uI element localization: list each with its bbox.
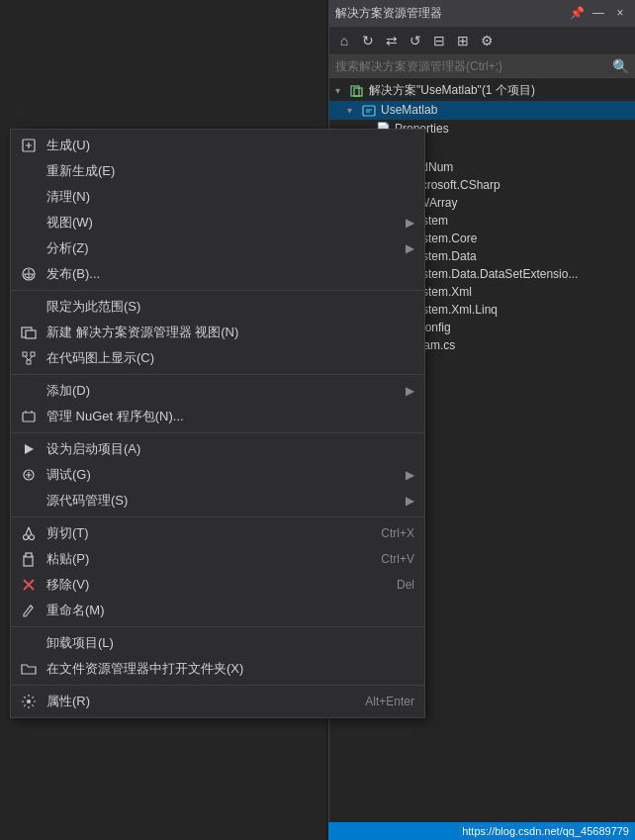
remove-shortcut: Del (377, 578, 414, 592)
url-bar: https://blog.csdn.net/qq_45689779 (328, 822, 635, 840)
add-arrow: ▶ (406, 384, 414, 398)
mscsharp-label: Microsoft.CSharp (408, 178, 629, 192)
menu-item-view[interactable]: 视图(W) ▶ (11, 210, 424, 235)
menu-item-clean-label: 清理(N) (46, 188, 414, 206)
systemxmllinq-label: System.Xml.Linq (408, 303, 629, 317)
build-icon (17, 138, 41, 153)
menu-item-nuget[interactable]: 管理 NuGet 程序包(N)... (11, 404, 424, 429)
startup-icon (17, 441, 41, 457)
solution-label: 解决方案"UseMatlab"(1 个项目) (369, 82, 629, 99)
menu-item-build-label: 生成(U) (46, 137, 414, 154)
svg-rect-7 (31, 352, 35, 356)
menu-item-analyze[interactable]: 分析(Z) ▶ (11, 235, 424, 261)
minimize-button[interactable]: — (590, 4, 607, 22)
svg-rect-6 (23, 352, 27, 356)
remove-icon (17, 577, 41, 593)
menu-item-debug-label: 调试(G) (46, 466, 406, 484)
menu-item-publish-label: 发布(B)... (46, 265, 414, 283)
menu-item-scope-label: 限定为此范围(S) (46, 298, 414, 316)
menu-item-scope[interactable]: 限定为此范围(S) (11, 294, 424, 320)
solution-explorer-titlebar: 解决方案资源管理器 📌 — × (329, 0, 635, 27)
menu-item-clean[interactable]: 清理(N) (11, 184, 424, 210)
paste-icon (17, 551, 41, 567)
menu-item-build[interactable]: 生成(U) (11, 133, 424, 158)
svg-rect-27 (363, 106, 375, 116)
svg-line-18 (26, 527, 29, 535)
nuget-icon (17, 409, 41, 424)
systemxml-label: System.Xml (408, 285, 629, 299)
show-all-toolbar-btn[interactable]: ⊞ (452, 30, 474, 51)
menu-item-source-control[interactable]: 源代码管理(S) ▶ (11, 488, 424, 513)
menu-item-set-startup[interactable]: 设为启动项目(A) (11, 436, 424, 462)
menu-item-diagram-label: 在代码图上显示(C) (46, 349, 414, 367)
menu-item-new-view-label: 新建 解决方案资源管理器 视图(N) (46, 324, 414, 341)
mwarray-label: MWArray (408, 196, 629, 210)
expand-usematlab-icon: ▾ (347, 105, 359, 116)
sync-toolbar-btn[interactable]: ⇄ (381, 30, 403, 51)
tree-item-usematlab[interactable]: ▾ UseMatlab (329, 101, 635, 120)
menu-item-add-label: 添加(D) (46, 382, 406, 400)
properties-icon (17, 694, 41, 709)
expand-solution-icon: ▾ (335, 85, 347, 96)
rename-icon (17, 603, 41, 618)
search-input[interactable] (335, 59, 608, 73)
menu-item-cut[interactable]: 剪切(T) Ctrl+X (11, 520, 424, 546)
menu-item-startup-label: 设为启动项目(A) (46, 440, 414, 458)
systemdata-label: System.Data (408, 249, 629, 263)
context-menu: 生成(U) 重新生成(E) 清理(N) 视图(W) ▶ 分析(Z) ▶ 发布(B… (10, 129, 425, 718)
analyze-arrow: ▶ (406, 241, 414, 255)
menu-item-rename[interactable]: 重命名(M) (11, 598, 424, 623)
menu-item-rebuild[interactable]: 重新生成(E) (11, 158, 424, 184)
systemdataext-label: System.Data.DataSetExtensio... (408, 267, 629, 281)
collapse-toolbar-btn[interactable]: ⊟ (428, 30, 450, 51)
svg-point-24 (27, 700, 31, 703)
menu-item-publish[interactable]: 发布(B)... (11, 261, 424, 287)
home-toolbar-btn[interactable]: ⌂ (333, 30, 355, 51)
tree-item-solution[interactable]: ▾ 解决方案"UseMatlab"(1 个项目) (329, 80, 635, 101)
settings-toolbar-btn[interactable]: ⚙ (476, 30, 498, 51)
menu-item-view-label: 视图(W) (46, 214, 406, 232)
menu-item-open-folder[interactable]: 在文件资源管理器中打开文件夹(X) (11, 656, 424, 682)
svg-rect-5 (26, 330, 36, 338)
programcs-label: Program.cs (395, 338, 629, 352)
svg-point-16 (24, 535, 29, 540)
source-arrow: ▶ (406, 494, 414, 508)
references-label: 引用 (395, 140, 629, 156)
pin-button[interactable]: 📌 (568, 4, 586, 22)
menu-item-add[interactable]: 添加(D) ▶ (11, 378, 424, 404)
svg-rect-21 (26, 553, 32, 557)
menu-item-properties[interactable]: 属性(R) Alt+Enter (11, 689, 424, 714)
menu-item-folder-label: 在文件资源管理器中打开文件夹(X) (46, 660, 414, 678)
menu-item-show-diagram[interactable]: 在代码图上显示(C) (11, 345, 424, 371)
titlebar-buttons: 📌 — × (568, 4, 629, 22)
system-label: System (408, 214, 629, 228)
menu-item-rename-label: 重命名(M) (46, 602, 414, 619)
solution-explorer-search: 🔍 (329, 55, 635, 78)
addnum-label: addNum (408, 160, 629, 174)
menu-item-debug[interactable]: 调试(G) ▶ (11, 462, 424, 488)
svg-rect-8 (27, 360, 31, 364)
menu-item-new-solution-view[interactable]: 新建 解决方案资源管理器 视图(N) (11, 320, 424, 345)
solution-explorer-toolbar: ⌂ ↻ ⇄ ↺ ⊟ ⊞ ⚙ (329, 27, 635, 55)
refresh-toolbar-btn[interactable]: ↻ (357, 30, 379, 51)
usematlab-file-icon (362, 103, 378, 118)
menu-item-unload[interactable]: 卸载项目(L) (11, 630, 424, 656)
debug-arrow: ▶ (406, 468, 414, 482)
solution-file-icon (350, 83, 366, 98)
close-se-button[interactable]: × (611, 4, 629, 22)
menu-item-remove[interactable]: 移除(V) Del (11, 572, 424, 598)
reload-toolbar-btn[interactable]: ↺ (405, 30, 426, 51)
svg-rect-26 (354, 88, 362, 96)
menu-item-paste[interactable]: 粘贴(P) Ctrl+V (11, 546, 424, 572)
usematlab-label: UseMatlab (381, 103, 629, 117)
url-text: https://blog.csdn.net/qq_45689779 (462, 825, 629, 837)
menu-item-cut-label: 剪切(T) (46, 524, 361, 542)
svg-marker-14 (25, 444, 34, 454)
menu-item-remove-label: 移除(V) (46, 576, 377, 594)
menu-item-source-label: 源代码管理(S) (46, 492, 406, 510)
diagram-icon (17, 350, 41, 366)
menu-item-properties-label: 属性(R) (46, 693, 345, 710)
open-folder-icon (17, 661, 41, 677)
search-icon: 🔍 (612, 58, 629, 74)
menu-item-analyze-label: 分析(Z) (46, 239, 406, 257)
